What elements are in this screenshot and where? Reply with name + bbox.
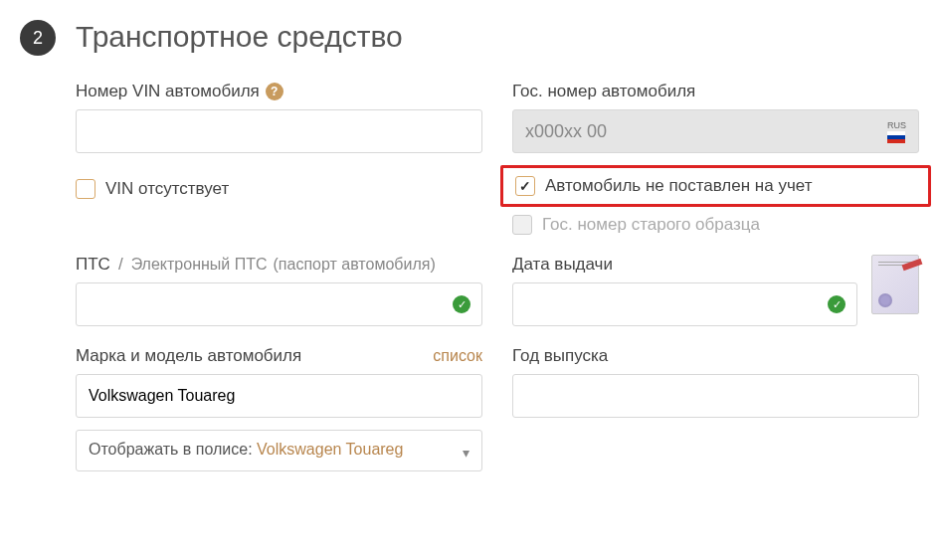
not-registered-row[interactable]: Автомобиль не поставлен на учет	[515, 176, 916, 196]
chevron-down-icon: ▾	[463, 445, 470, 461]
not-registered-checkbox[interactable]	[515, 176, 535, 196]
plate-field-group: Гос. номер автомобиля х000хх 00 RUS	[512, 82, 919, 153]
old-format-label: Гос. номер старого образца	[542, 215, 760, 235]
check-icon: ✓	[828, 295, 845, 313]
issue-date-input[interactable]	[512, 282, 857, 326]
plate-region-code: RUS	[887, 120, 906, 130]
polis-prefix: Отображать в полисе:	[89, 441, 257, 458]
svg-rect-2	[887, 139, 905, 143]
plate-region: RUS	[887, 120, 906, 143]
old-format-checkbox[interactable]	[512, 215, 532, 235]
issue-date-row: Дата выдачи ✓	[512, 255, 919, 326]
year-label: Год выпуска	[512, 346, 608, 366]
plate-input[interactable]: х000хх 00 RUS	[512, 109, 919, 153]
plate-placeholder: х000хх 00	[525, 121, 607, 142]
make-model-group: Марка и модель автомобиля список Отображ…	[76, 346, 482, 471]
not-registered-label: Автомобиль не поставлен на учет	[545, 176, 812, 196]
vin-input[interactable]	[76, 109, 482, 153]
step-badge: 2	[20, 20, 56, 56]
pts-label-note: (паспорт автомобиля)	[274, 256, 436, 274]
vin-field-group: Номер VIN автомобиля ?	[76, 82, 482, 153]
old-format-row[interactable]: Гос. номер старого образца	[512, 215, 919, 235]
help-icon[interactable]: ?	[266, 83, 283, 100]
vin-absent-row[interactable]: VIN отсутствует	[76, 179, 482, 199]
pts-label-alt: Электронный ПТС	[131, 256, 268, 274]
pts-slash: /	[118, 255, 123, 275]
svg-rect-1	[887, 135, 905, 139]
vin-absent-checkbox[interactable]	[76, 179, 95, 199]
vin-label: Номер VIN автомобиля	[76, 82, 260, 101]
section-title: Транспортное средство	[76, 20, 919, 54]
flag-icon	[887, 131, 905, 143]
issue-date-label: Дата выдачи	[512, 255, 613, 275]
check-icon: ✓	[453, 295, 470, 313]
polis-display-box[interactable]: Отображать в полисе: Volkswagen Touareg …	[76, 430, 482, 471]
vin-absent-label: VIN отсутствует	[105, 179, 229, 199]
make-model-input[interactable]	[76, 374, 482, 418]
plate-label: Гос. номер автомобиля	[512, 82, 695, 101]
polis-brand: Volkswagen Touareg	[257, 441, 403, 458]
make-model-label: Марка и модель автомобиля	[76, 346, 301, 366]
document-thumbnail	[871, 255, 919, 314]
pts-label-main: ПТС	[76, 255, 110, 275]
list-link[interactable]: список	[433, 347, 482, 365]
plate-checkboxes: Автомобиль не поставлен на учет Гос. ном…	[512, 173, 919, 235]
year-input[interactable]	[512, 374, 919, 418]
pts-field-group: ПТС / Электронный ПТС (паспорт автомобил…	[76, 255, 482, 326]
svg-rect-0	[887, 131, 905, 135]
pts-input[interactable]	[76, 282, 482, 326]
year-group: Год выпуска	[512, 346, 919, 418]
